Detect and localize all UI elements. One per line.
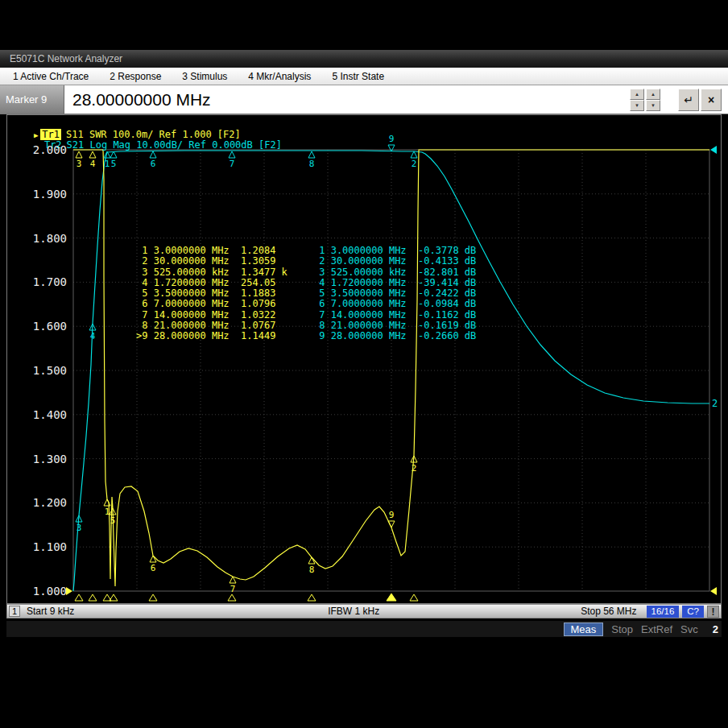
marker-stimulus-tick	[228, 594, 236, 601]
trace-tr2-s21	[73, 151, 709, 591]
stop-frequency: Stop 56 MHz	[581, 606, 636, 617]
marker-number: 1	[105, 507, 110, 517]
y-axis-label: 1.300	[22, 453, 67, 465]
marker-row-tr2: 7 14.000000 MHz -0.1162 dB	[313, 310, 476, 321]
close-button[interactable]: ×	[701, 89, 722, 111]
status-bar: 1 Start 9 kHz IFBW 1 kHz Stop 56 MHz 16/…	[6, 604, 722, 618]
spin-up-icon[interactable]: ▲	[630, 89, 644, 100]
marker-icon	[150, 556, 156, 562]
marker-row-tr2: 6 7.0000000 MHz -0.0984 dB	[313, 299, 476, 309]
marker-entry-bar: Marker 9 28.00000000 MHz ▲ ▼ ▲ ▼ ↵ ×	[0, 85, 728, 114]
y-axis-label: 1.200	[22, 496, 67, 509]
marker-row-tr1: 1 3.0000000 MHz 1.2084	[136, 246, 287, 256]
marker-row-tr1: 8 21.000000 MHz 1.0767	[136, 321, 287, 331]
marker-stimulus-tick	[149, 594, 157, 601]
marker-number: 6	[151, 563, 156, 573]
marker-entry-label: Marker 9	[0, 85, 64, 114]
marker-row-tr1: 2 30.000000 MHz 1.3059	[136, 256, 287, 267]
grid-border	[73, 150, 709, 591]
spinner-fine: ▲ ▼	[646, 89, 660, 111]
marker-number: 8	[309, 565, 315, 575]
marker-stimulus-tick	[410, 594, 418, 601]
marker-row-tr2: 4 1.7200000 MHz -39.414 dB	[313, 278, 476, 288]
y-axis-label: 2.000	[22, 143, 67, 156]
marker-row-tr1: 7 14.000000 MHz 1.0322	[136, 310, 287, 321]
marker-row-tr2: 8 21.000000 MHz -0.1619 dB	[313, 321, 476, 331]
marker-row-tr2: 9 28.000000 MHz -0.2660 dB	[313, 331, 476, 341]
marker-number: 3	[77, 523, 82, 533]
analyzer-screen: 3415678293415678292 ▶Tr1S11 SWR 100.0m/ …	[6, 114, 722, 604]
window-titlebar[interactable]: E5071C Network Analyzer	[0, 50, 728, 68]
ifbw-indicator: IFBW 1 kHz	[328, 606, 379, 617]
marker-number: 2	[412, 463, 417, 474]
marker-number: 8	[309, 159, 315, 169]
trace-end-number: 2	[712, 398, 718, 409]
extref-status: ExtRef	[641, 623, 672, 635]
marker-row-tr2: 3 525.00000 kHz -82.801 dB	[313, 267, 476, 278]
marker-row-tr1: >9 28.000000 MHz 1.1449	[136, 331, 287, 341]
window-number: 2	[713, 623, 718, 635]
y-axis-label: 1.000	[22, 585, 67, 598]
marker-value-field[interactable]: 28.00000000 MHz	[64, 85, 628, 114]
menu-item-3[interactable]: 3 Stimulus	[182, 71, 227, 82]
marker-stimulus-tick	[75, 594, 83, 601]
marker-number: 5	[110, 515, 116, 526]
spinner-coarse: ▲ ▼	[630, 89, 644, 111]
y-axis-label: 1.900	[22, 188, 67, 201]
status-right-group: Stop 56 MHz 16/16 C? !	[581, 606, 721, 618]
instrument-status-bar: Meas Stop ExtRef Svc 2	[6, 621, 722, 637]
sweep-stop-status: Stop	[611, 623, 633, 635]
menu-item-1[interactable]: 1 Active Ch/Trace	[13, 71, 89, 82]
meas-status: Meas	[564, 623, 604, 636]
marker-stimulus-tick	[308, 594, 316, 601]
marker-row-tr2: 1 3.0000000 MHz -0.3778 dB	[313, 246, 476, 256]
channel-indicator: 1	[9, 606, 20, 617]
active-marker-stimulus-tick	[387, 594, 396, 601]
window-title: E5071C Network Analyzer	[10, 53, 122, 64]
marker-row-tr1: 5 3.5000000 MHz 1.1883	[136, 288, 287, 299]
y-axis-label: 1.600	[22, 320, 67, 333]
marker-number: 9	[389, 134, 395, 144]
menu-item-5[interactable]: 5 Instr State	[332, 71, 384, 82]
y-axis-label: 1.700	[22, 275, 67, 288]
marker-number: 2	[412, 159, 417, 169]
y-axis-label: 1.500	[22, 364, 67, 377]
marker-row-tr1: 4 1.7200000 MHz 254.05	[136, 278, 287, 288]
y-axis-label: 1.400	[22, 408, 67, 421]
start-frequency: Start 9 kHz	[27, 606, 74, 617]
marker-icon	[411, 151, 417, 158]
reference-level-icon	[710, 146, 717, 154]
correction-badge: C?	[682, 606, 704, 618]
marker-number: 9	[389, 510, 395, 520]
marker-icon	[308, 151, 315, 158]
reference-level-icon	[66, 587, 72, 595]
spin-up-icon[interactable]: ▲	[646, 89, 660, 100]
y-axis-label: 1.100	[22, 540, 67, 553]
menu-item-4[interactable]: 4 Mkr/Analysis	[248, 71, 311, 82]
marker-row-tr2: 2 30.000000 MHz -0.4133 dB	[313, 256, 476, 267]
reference-level-icon	[710, 587, 717, 595]
y-axis-label: 1.800	[22, 232, 67, 245]
spin-down-icon[interactable]: ▼	[646, 100, 660, 111]
marker-table-tr1: 1 3.0000000 MHz 1.2084 2 30.000000 MHz 1…	[136, 246, 287, 342]
marker-table-tr2: 1 3.0000000 MHz -0.3778 dB 2 30.000000 M…	[313, 246, 476, 342]
menu-item-2[interactable]: 2 Response	[110, 71, 161, 82]
marker-stimulus-tick	[89, 594, 97, 601]
marker-row-tr2: 5 3.5000000 MHz -0.2422 dB	[313, 288, 476, 299]
svc-status: Svc	[680, 623, 698, 635]
trace2-desc: S21 Log Mag 10.00dB/ Ref 0.000dB [F2]	[67, 139, 282, 151]
marker-row-tr1: 6 7.0000000 MHz 1.0796	[136, 299, 287, 309]
marker-number: 7	[230, 584, 236, 594]
marker-number: 4	[90, 331, 96, 341]
graticule-plot: 3415678293415678292	[7, 115, 722, 605]
menu-bar: 1 Active Ch/Trace2 Response3 Stimulus4 M…	[0, 68, 728, 85]
alert-badge[interactable]: !	[707, 606, 719, 618]
spin-down-icon[interactable]: ▼	[630, 100, 644, 111]
entry-controls: ▲ ▼ ▲ ▼ ↵ ×	[628, 85, 728, 114]
averaging-badge: 16/16	[647, 606, 680, 618]
marker-row-tr1: 3 525.00000 kHz 1.3477 k	[136, 267, 287, 278]
enter-button[interactable]: ↵	[678, 89, 699, 111]
